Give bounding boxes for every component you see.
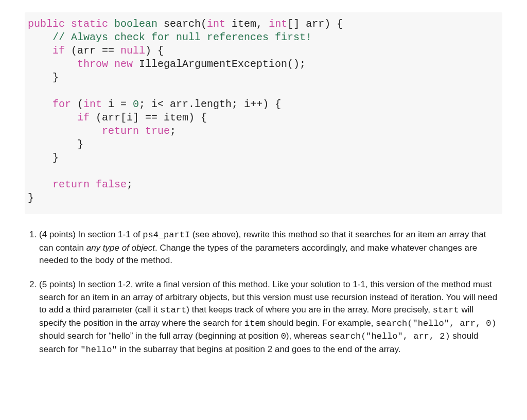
code-line-8: if (arr[i] == item) { [28, 112, 207, 124]
code-block: public static boolean search(int item, i… [25, 12, 502, 214]
question-1: (4 points) In section 1-1 of ps4_partI (… [39, 229, 502, 267]
question-1-text-1: In section 1-1 of [76, 230, 143, 239]
question-2-item: item [244, 319, 266, 328]
code-line-13: return false; [28, 179, 133, 190]
question-2-start-1: start [160, 305, 186, 315]
code-line-7: for (int i = 0; i< arr.length; i++) { [28, 98, 281, 110]
code-line-9: return true; [28, 125, 176, 137]
question-2-points: (5 points) [39, 279, 76, 289]
question-2-text-5: should search for “hello” in the full ar… [39, 331, 281, 341]
question-2-text-6: ), whereas [286, 331, 329, 341]
code-line-5: } [28, 72, 59, 83]
question-list: (4 points) In section 1-1 of ps4_partI (… [25, 229, 502, 357]
code-line-1: public static boolean search(int item, i… [28, 18, 343, 30]
code-line-2: // Always check for null references firs… [28, 31, 312, 43]
page-container: public static boolean search(int item, i… [0, 0, 527, 389]
question-2-text-4: should begin. For example, [266, 318, 376, 328]
question-2-hello: "hello" [80, 345, 117, 355]
code-line-4: throw new IllegalArgumentException(); [28, 58, 306, 70]
code-line-3: if (arr == null) { [28, 45, 164, 57]
code-line-12 [28, 165, 34, 177]
question-1-emphasis: any type of object [86, 243, 155, 253]
question-2-text-2: ) that keeps track of where you are in t… [186, 305, 432, 314]
code-line-10: } [28, 138, 83, 150]
question-2: (5 points) In section 1-2, write a final… [39, 278, 502, 357]
question-2-text-8: in the subarray that begins at position … [117, 344, 401, 354]
code-line-11: } [28, 152, 59, 164]
question-1-points: (4 points) [39, 230, 76, 239]
question-2-call-2: search("hello", arr, 2) [329, 331, 450, 341]
question-2-call-1: search("hello", arr, 0) [376, 319, 497, 328]
question-2-zero: 0 [281, 331, 286, 341]
code-line-14: } [28, 192, 34, 204]
question-2-start-2: start [433, 305, 459, 315]
question-1-ps4: ps4_partI [143, 230, 190, 240]
code-line-6 [28, 85, 34, 97]
